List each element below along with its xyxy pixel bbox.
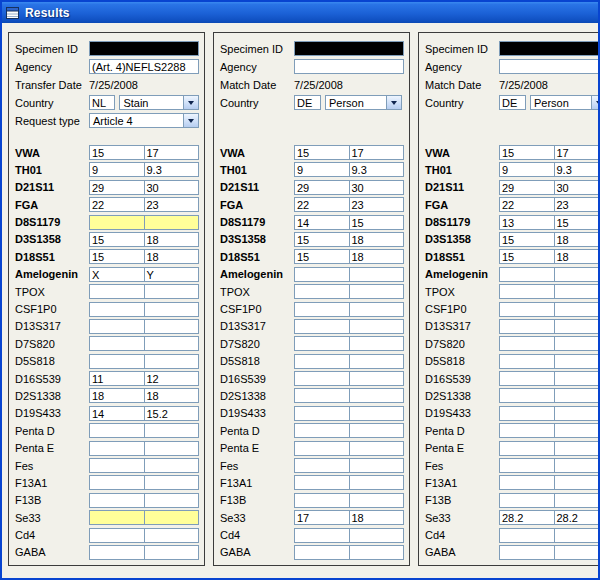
allele-field[interactable]: 12: [144, 371, 200, 386]
specimen-id-field[interactable]: [89, 41, 199, 56]
allele-field[interactable]: 15: [294, 232, 350, 247]
allele-field[interactable]: 9: [499, 162, 555, 177]
allele-field[interactable]: [144, 284, 200, 299]
allele-field[interactable]: 28.2: [499, 510, 555, 525]
allele-field[interactable]: 18: [349, 249, 405, 264]
allele-field[interactable]: [499, 284, 555, 299]
allele-field[interactable]: 30: [554, 180, 599, 195]
allele-field[interactable]: [89, 510, 145, 525]
allele-field[interactable]: [89, 493, 145, 508]
allele-field[interactable]: [294, 406, 350, 421]
allele-field[interactable]: 15: [89, 249, 145, 264]
allele-field[interactable]: [554, 284, 599, 299]
allele-field[interactable]: [89, 545, 145, 560]
allele-field[interactable]: [554, 371, 599, 386]
allele-field[interactable]: X: [89, 267, 145, 282]
allele-field[interactable]: [294, 458, 350, 473]
agency-field[interactable]: [499, 59, 598, 74]
allele-field[interactable]: 11: [89, 371, 145, 386]
allele-field[interactable]: [89, 336, 145, 351]
allele-field[interactable]: 15: [294, 145, 350, 160]
allele-field[interactable]: 15: [294, 249, 350, 264]
allele-field[interactable]: [294, 354, 350, 369]
allele-field[interactable]: 15.2: [144, 406, 200, 421]
allele-field[interactable]: 23: [144, 197, 200, 212]
allele-field[interactable]: [349, 319, 405, 334]
allele-field[interactable]: [294, 493, 350, 508]
allele-field[interactable]: [349, 336, 405, 351]
allele-field[interactable]: 9.3: [349, 162, 405, 177]
allele-field[interactable]: 14: [89, 406, 145, 421]
allele-field[interactable]: 9.3: [554, 162, 599, 177]
allele-field[interactable]: [349, 302, 405, 317]
agency-field[interactable]: [294, 59, 404, 74]
allele-field[interactable]: 9.3: [144, 162, 200, 177]
allele-field[interactable]: [144, 215, 200, 230]
allele-field[interactable]: [499, 319, 555, 334]
allele-field[interactable]: [294, 441, 350, 456]
allele-field[interactable]: [554, 336, 599, 351]
subject-type-dropdown[interactable]: Person: [530, 95, 598, 110]
allele-field[interactable]: [349, 284, 405, 299]
allele-field[interactable]: [144, 545, 200, 560]
allele-field[interactable]: [499, 354, 555, 369]
subject-type-dropdown[interactable]: Stain: [119, 95, 199, 110]
allele-field[interactable]: 15: [349, 215, 405, 230]
allele-field[interactable]: 22: [499, 197, 555, 212]
allele-field[interactable]: [554, 267, 599, 282]
allele-field[interactable]: [294, 267, 350, 282]
allele-field[interactable]: 22: [294, 197, 350, 212]
country-code-field[interactable]: DE: [499, 95, 526, 110]
allele-field[interactable]: [144, 336, 200, 351]
allele-field[interactable]: 17: [554, 145, 599, 160]
allele-field[interactable]: 15: [499, 232, 555, 247]
allele-field[interactable]: [499, 528, 555, 543]
allele-field[interactable]: 29: [499, 180, 555, 195]
allele-field[interactable]: [144, 319, 200, 334]
allele-field[interactable]: 22: [89, 197, 145, 212]
allele-field[interactable]: 9: [294, 162, 350, 177]
allele-field[interactable]: [554, 354, 599, 369]
allele-field[interactable]: [349, 354, 405, 369]
allele-field[interactable]: 14: [294, 215, 350, 230]
allele-field[interactable]: 9: [89, 162, 145, 177]
allele-field[interactable]: 17: [294, 510, 350, 525]
allele-field[interactable]: [89, 302, 145, 317]
allele-field[interactable]: [499, 475, 555, 490]
allele-field[interactable]: 18: [554, 249, 599, 264]
allele-field[interactable]: [554, 319, 599, 334]
allele-field[interactable]: [554, 493, 599, 508]
allele-field[interactable]: [89, 475, 145, 490]
allele-field[interactable]: 13: [499, 215, 555, 230]
allele-field[interactable]: 17: [349, 145, 405, 160]
allele-field[interactable]: 15: [499, 249, 555, 264]
allele-field[interactable]: 23: [349, 197, 405, 212]
allele-field[interactable]: 18: [349, 510, 405, 525]
allele-field[interactable]: [89, 458, 145, 473]
allele-field[interactable]: [554, 528, 599, 543]
allele-field[interactable]: [349, 423, 405, 438]
specimen-id-field[interactable]: [294, 41, 404, 56]
allele-field[interactable]: [554, 545, 599, 560]
allele-field[interactable]: [499, 545, 555, 560]
allele-field[interactable]: 18: [89, 388, 145, 403]
allele-field[interactable]: [349, 493, 405, 508]
allele-field[interactable]: [554, 475, 599, 490]
allele-field[interactable]: [349, 545, 405, 560]
allele-field[interactable]: [349, 528, 405, 543]
allele-field[interactable]: [294, 336, 350, 351]
allele-field[interactable]: [499, 388, 555, 403]
allele-field[interactable]: 15: [499, 145, 555, 160]
allele-field[interactable]: [499, 267, 555, 282]
allele-field[interactable]: [144, 510, 200, 525]
allele-field[interactable]: [499, 371, 555, 386]
allele-field[interactable]: [499, 441, 555, 456]
allele-field[interactable]: [499, 406, 555, 421]
allele-field[interactable]: [499, 336, 555, 351]
allele-field[interactable]: [89, 441, 145, 456]
allele-field[interactable]: [349, 441, 405, 456]
allele-field[interactable]: [144, 302, 200, 317]
allele-field[interactable]: [554, 388, 599, 403]
allele-field[interactable]: 18: [554, 232, 599, 247]
allele-field[interactable]: [554, 458, 599, 473]
